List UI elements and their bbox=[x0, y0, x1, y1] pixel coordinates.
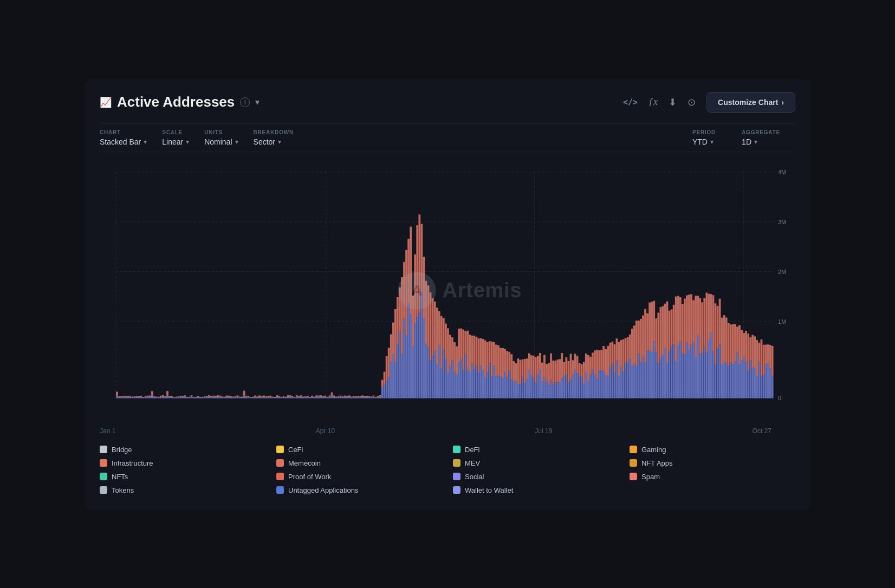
svg-rect-508 bbox=[655, 318, 657, 352]
svg-rect-479 bbox=[625, 362, 627, 398]
svg-rect-39 bbox=[142, 397, 145, 398]
svg-rect-397 bbox=[535, 382, 537, 397]
svg-rect-401 bbox=[539, 370, 541, 398]
customize-chart-button[interactable]: Customize Chart › bbox=[706, 92, 795, 113]
svg-rect-501 bbox=[648, 350, 651, 397]
svg-rect-105 bbox=[215, 397, 217, 398]
svg-rect-165 bbox=[281, 397, 283, 398]
svg-rect-59 bbox=[164, 396, 166, 397]
svg-rect-504 bbox=[651, 302, 653, 352]
svg-rect-159 bbox=[274, 397, 276, 398]
svg-rect-84 bbox=[191, 395, 193, 397]
svg-rect-334 bbox=[464, 331, 466, 354]
svg-rect-248 bbox=[370, 396, 372, 397]
svg-rect-456 bbox=[598, 350, 600, 370]
svg-rect-369 bbox=[504, 372, 506, 398]
svg-rect-164 bbox=[278, 396, 280, 397]
legend-label: Proof of Work bbox=[288, 473, 331, 481]
svg-rect-115 bbox=[225, 396, 228, 397]
svg-rect-613 bbox=[771, 376, 774, 397]
legend-item: Tokens bbox=[100, 486, 265, 494]
svg-rect-490 bbox=[635, 321, 638, 366]
chart-select[interactable]: Stacked Bar ▾ bbox=[100, 138, 147, 146]
svg-rect-595 bbox=[751, 368, 754, 398]
period-select[interactable]: YTD ▾ bbox=[692, 138, 716, 146]
svg-rect-102 bbox=[210, 396, 212, 397]
period-label: PERIOD bbox=[692, 129, 716, 135]
svg-rect-240 bbox=[361, 395, 364, 397]
svg-rect-600 bbox=[756, 340, 758, 376]
svg-rect-308 bbox=[436, 308, 438, 364]
svg-rect-318 bbox=[447, 328, 449, 373]
svg-rect-372 bbox=[506, 351, 508, 377]
title-group: 📈 Active Addresses i ▾ bbox=[100, 94, 260, 110]
svg-rect-496 bbox=[642, 315, 644, 357]
svg-rect-265 bbox=[390, 362, 392, 398]
units-select[interactable]: Nominal ▾ bbox=[204, 138, 238, 146]
legend-item: Spam bbox=[630, 473, 795, 481]
svg-rect-207 bbox=[327, 397, 329, 398]
svg-rect-130 bbox=[241, 396, 243, 397]
legend-label: Infrastructure bbox=[112, 459, 153, 467]
camera-icon[interactable]: ⊙ bbox=[688, 96, 696, 108]
svg-rect-399 bbox=[537, 375, 539, 398]
svg-rect-295 bbox=[423, 318, 425, 398]
svg-rect-212 bbox=[331, 392, 333, 395]
svg-rect-229 bbox=[351, 397, 353, 397]
svg-rect-50 bbox=[153, 396, 155, 397]
aggregate-select[interactable]: 1D ▾ bbox=[742, 138, 780, 146]
legend-swatch bbox=[276, 486, 284, 494]
svg-rect-505 bbox=[653, 341, 655, 398]
svg-rect-197 bbox=[315, 397, 317, 398]
svg-rect-140 bbox=[252, 396, 254, 397]
svg-rect-492 bbox=[638, 321, 640, 354]
title-chevron-icon[interactable]: ▾ bbox=[255, 97, 260, 107]
svg-rect-529 bbox=[679, 341, 682, 397]
svg-rect-439 bbox=[581, 377, 583, 398]
svg-rect-542 bbox=[692, 300, 695, 342]
svg-rect-234 bbox=[355, 396, 357, 397]
svg-rect-605 bbox=[763, 374, 765, 397]
svg-rect-273 bbox=[399, 331, 401, 398]
svg-rect-149 bbox=[263, 397, 265, 398]
formula-icon[interactable]: ƒx bbox=[648, 96, 658, 108]
svg-rect-205 bbox=[324, 397, 326, 398]
svg-rect-457 bbox=[600, 370, 602, 398]
svg-rect-191 bbox=[309, 397, 311, 398]
svg-rect-279 bbox=[405, 335, 407, 398]
svg-rect-89 bbox=[197, 397, 199, 398]
info-icon[interactable]: i bbox=[240, 97, 250, 107]
legend-swatch bbox=[100, 446, 107, 453]
download-icon[interactable]: ⬇ bbox=[669, 96, 677, 108]
svg-rect-438 bbox=[579, 363, 581, 376]
svg-rect-254 bbox=[377, 396, 379, 397]
svg-rect-88 bbox=[195, 396, 197, 397]
scale-select[interactable]: Linear ▾ bbox=[162, 138, 189, 146]
svg-rect-324 bbox=[453, 342, 456, 372]
svg-rect-257 bbox=[381, 387, 384, 398]
svg-rect-144 bbox=[256, 396, 258, 397]
embed-icon[interactable]: </> bbox=[623, 97, 638, 107]
svg-rect-118 bbox=[228, 395, 230, 396]
svg-rect-80 bbox=[186, 396, 189, 397]
svg-rect-405 bbox=[543, 377, 546, 398]
svg-rect-175 bbox=[291, 397, 294, 398]
svg-rect-57 bbox=[162, 397, 164, 398]
svg-rect-392 bbox=[528, 353, 530, 370]
chart-control: CHART Stacked Bar ▾ bbox=[100, 129, 162, 146]
svg-rect-247 bbox=[370, 397, 372, 398]
svg-rect-260 bbox=[384, 371, 386, 384]
svg-rect-537 bbox=[688, 349, 690, 398]
svg-rect-514 bbox=[662, 306, 664, 355]
legend-swatch bbox=[100, 473, 107, 480]
svg-rect-29 bbox=[131, 397, 133, 397]
scale-label: SCALE bbox=[162, 129, 189, 135]
svg-rect-451 bbox=[594, 374, 596, 397]
svg-rect-459 bbox=[602, 370, 605, 398]
svg-rect-385 bbox=[522, 376, 524, 397]
svg-rect-532 bbox=[682, 304, 684, 354]
legend-swatch bbox=[630, 446, 637, 453]
svg-rect-125 bbox=[237, 397, 239, 398]
breakdown-select[interactable]: Sector ▾ bbox=[254, 138, 294, 146]
svg-rect-81 bbox=[189, 397, 191, 397]
